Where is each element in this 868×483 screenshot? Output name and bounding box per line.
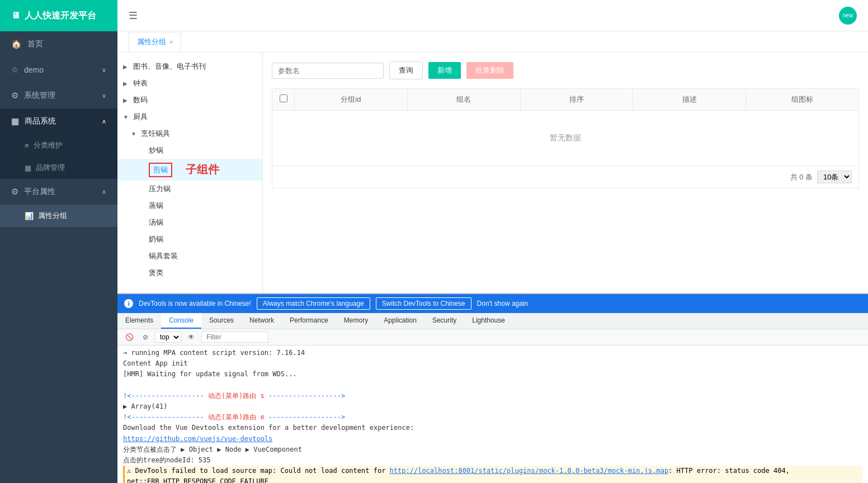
chart-icon: 📊 <box>25 212 34 220</box>
table-total: 共 0 条 <box>790 172 813 182</box>
tree-item-jianguo[interactable]: 煎锅 子组件 <box>117 159 262 181</box>
tree-item-milk[interactable]: 奶锅 <box>117 231 262 248</box>
tree-arrow-icon-2: ▶ <box>123 80 131 87</box>
brand-icon: ▦ <box>25 164 31 172</box>
devtools-tab-application[interactable]: Application <box>376 313 424 329</box>
settings-icon: ⚙ <box>11 187 18 197</box>
log-devtools-ext: Download the Vue Devtools extension for … <box>123 423 862 433</box>
table: 分组id 组名 排序 描述 组图标 暂无数据 共 0 条 10条 <box>272 88 859 188</box>
tab-attr-group-label: 属性分组 <box>137 37 166 47</box>
sidebar-item-brand-label: 品牌管理 <box>36 163 65 173</box>
content-area: ▶ 图书、音像、电子书刊 ▶ 钟表 ▶ 数码 ▼ 厨具 ▼ 烹饪锅具 <box>117 53 868 293</box>
tree-item-label-11: 奶锅 <box>149 234 163 244</box>
tab-attr-group[interactable]: 属性分组 × <box>129 32 181 52</box>
devtools-tab-performance[interactable]: Performance <box>282 313 336 329</box>
eye-icon-button[interactable]: 👁 <box>186 332 197 342</box>
devtools-tab-console[interactable]: Console <box>161 313 201 329</box>
log-line-1: → running MPA content script version: 7.… <box>123 348 862 358</box>
tree-item-label-5: 烹饪锅具 <box>141 129 170 139</box>
page-size-select[interactable]: 10条 <box>817 171 852 183</box>
sidebar-nav: 🏠 首页 ☆ demo ∨ ⚙ 系统管理 ∨ ▦ 商品系统 ∧ ≡ <box>0 31 117 483</box>
log-line-4 <box>123 380 862 391</box>
tree-arrow-icon-3: ▶ <box>123 97 131 103</box>
tree-arrow-down-icon-2: ▼ <box>131 131 139 137</box>
menu-toggle-icon[interactable]: ☰ <box>129 10 138 22</box>
devtools-tab-elements[interactable]: Elements <box>117 313 161 329</box>
table-col-desc: 描述 <box>633 89 746 110</box>
sidebar-item-platform[interactable]: ⚙ 平台属性 ∧ <box>0 179 117 205</box>
tree-item-pressure[interactable]: 压力锅 <box>117 181 262 197</box>
sidebar-item-attr-group[interactable]: 📊 属性分组 <box>0 205 117 227</box>
grid-icon: ▦ <box>11 116 19 126</box>
tree-item-pot[interactable]: 煲类 <box>117 264 262 281</box>
table-empty: 暂无数据 <box>272 111 858 165</box>
sidebar-item-category[interactable]: ≡ 分类维护 <box>0 134 117 157</box>
chevron-up-icon-2: ∧ <box>102 188 106 196</box>
sidebar-item-brand[interactable]: ▦ 品牌管理 <box>0 157 117 179</box>
child-annotation: 子组件 <box>186 162 219 177</box>
tree-item-label-3: 数码 <box>133 95 148 105</box>
mock-min-link[interactable]: http://localhost:8001/static/plugins/moc… <box>390 467 669 475</box>
table-col-icon: 组图标 <box>746 89 858 110</box>
gear-icon: ⚙ <box>11 91 18 101</box>
tree-item-label-2: 钟表 <box>133 78 148 88</box>
devtools-tab-memory[interactable]: Memory <box>336 313 376 329</box>
query-button[interactable]: 查询 <box>389 61 423 79</box>
list-icon: ≡ <box>25 141 29 150</box>
add-button[interactable]: 新增 <box>428 62 461 79</box>
filter-icon-button[interactable]: ⊘ <box>140 332 150 342</box>
avatar[interactable]: new <box>839 7 857 25</box>
tree-panel: ▶ 图书、音像、电子书刊 ▶ 钟表 ▶ 数码 ▼ 厨具 ▼ 烹饪锅具 <box>117 53 263 293</box>
tree-item-clocks[interactable]: ▶ 钟表 <box>117 75 262 92</box>
log-node-click: 分类节点被点击了 ▶ Object ▶ Node ▶ VueComponent <box>123 444 862 455</box>
table-col-name: 组名 <box>408 89 521 110</box>
tab-close-icon[interactable]: × <box>169 39 173 45</box>
sidebar-item-home[interactable]: 🏠 首页 <box>0 31 117 57</box>
devtools-filter-input[interactable] <box>201 332 268 343</box>
devtools-tab-lighthouse[interactable]: Lighthouse <box>464 313 513 329</box>
tree-item-steam[interactable]: 蒸锅 <box>117 197 262 214</box>
sidebar-item-demo-label: demo <box>24 65 44 74</box>
tree-item-cookware[interactable]: ▼ 烹饪锅具 <box>117 125 262 142</box>
log-devtools-link: https://github.com/vuejs/vue-devtools <box>123 434 862 444</box>
sidebar-item-demo[interactable]: ☆ demo ∨ <box>0 57 117 83</box>
select-all-checkbox[interactable] <box>280 94 287 102</box>
tree-item-books[interactable]: ▶ 图书、音像、电子书刊 <box>117 58 262 75</box>
tree-item-kitchen[interactable]: ▼ 厨具 <box>117 108 262 125</box>
tree-item-label-10: 汤锅 <box>149 217 163 228</box>
clear-console-button[interactable]: 🚫 <box>123 332 136 342</box>
tree-item-set[interactable]: 锅具套装 <box>117 248 262 264</box>
tree-item-label: 图书、音像、电子书刊 <box>133 61 206 72</box>
sidebar-item-sysadmin[interactable]: ⚙ 系统管理 ∨ <box>0 83 117 108</box>
devtools-tab-sources[interactable]: Sources <box>201 313 242 329</box>
sidebar-item-category-label: 分类维护 <box>34 140 63 150</box>
search-input[interactable] <box>272 63 384 79</box>
tree-item-soup[interactable]: 汤锅 <box>117 214 262 231</box>
always-match-button[interactable]: Always match Chrome's language <box>257 297 370 310</box>
batch-delete-button[interactable]: 批量删除 <box>466 62 513 79</box>
devtools-tabs: Elements Console Sources Network Perform… <box>117 313 868 329</box>
log-section-2: !<------------------ 动态(菜单)路由 e --------… <box>123 412 862 423</box>
devtools-tab-network[interactable]: Network <box>242 313 282 329</box>
sidebar-item-platform-label: 平台属性 <box>24 187 55 197</box>
table-col-sort: 排序 <box>521 89 634 110</box>
tree-item-chaoguo[interactable]: 炒锅 <box>117 142 262 159</box>
table-header: 分组id 组名 排序 描述 组图标 <box>272 89 858 111</box>
vue-devtools-link[interactable]: https://github.com/vuejs/vue-devtools <box>123 435 272 443</box>
search-bar: 查询 新增 批量删除 <box>272 61 859 79</box>
tab-bar: 属性分组 × <box>117 31 868 53</box>
home-icon: 🏠 <box>11 39 22 49</box>
devtools-tab-security[interactable]: Security <box>424 313 464 329</box>
dont-show-again-button[interactable]: Don't show again <box>477 300 529 307</box>
avatar-badge: new <box>843 12 853 18</box>
sidebar-item-goods[interactable]: ▦ 商品系统 ∧ <box>0 108 117 134</box>
switch-devtools-button[interactable]: Switch DevTools to Chinese <box>376 297 471 310</box>
devtools-banner-text: DevTools is now available in Chinese! <box>139 300 251 307</box>
tree-item-digital[interactable]: ▶ 数码 <box>117 92 262 108</box>
context-select[interactable]: top <box>155 332 181 343</box>
log-nodeid-535: 点击的tree的nodeId: 535 <box>123 455 862 466</box>
tree-item-label-8: 压力锅 <box>149 184 171 194</box>
tree-item-label-4: 厨具 <box>133 112 148 122</box>
tree-item-label-7: 煎锅 <box>149 163 172 177</box>
devtools-info-icon: i <box>124 299 133 308</box>
